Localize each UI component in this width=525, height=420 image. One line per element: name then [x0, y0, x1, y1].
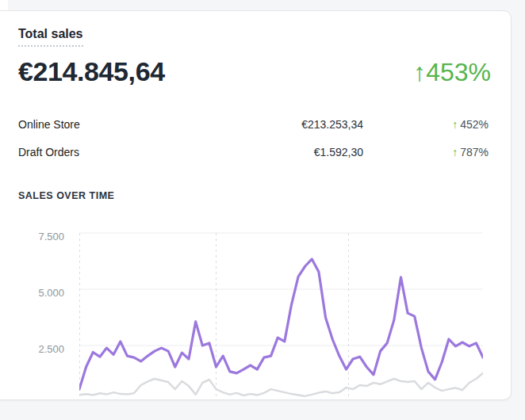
up-arrow-icon: ↑ [452, 146, 460, 158]
current-period-line [79, 259, 483, 389]
total-change-badge: ↑453% [413, 57, 491, 87]
sales-over-time-chart[interactable]: 7.500 5.000 2.500 0 [1, 223, 511, 400]
sales-over-time-heading: SALES OVER TIME [18, 190, 114, 201]
channel-label: Online Store [18, 118, 80, 131]
card-content: Total sales €214.845,64 ↑453% Online Sto… [1, 11, 511, 399]
up-arrow-icon: ↑ [413, 58, 426, 86]
y-axis-tick: 2.500 [1, 342, 64, 357]
previous-period-line [79, 373, 483, 396]
sales-chart-svg[interactable] [79, 223, 483, 400]
y-axis-tick: 0 [1, 399, 64, 400]
breakdown-row-draft-orders: Draft Orders €1.592,30 ↑787% [18, 146, 511, 162]
total-row: €214.845,64 ↑453% [18, 56, 491, 87]
channel-change: ↑452% [452, 118, 489, 131]
y-axis-tick: 7.500 [1, 230, 64, 244]
metric-title[interactable]: Total sales [18, 27, 83, 47]
channel-value: €1.592,30 [314, 146, 363, 158]
adjacent-surface-edge [0, 0, 8, 10]
channel-change: ↑787% [452, 146, 489, 158]
total-sales-card: Total sales €214.845,64 ↑453% Online Sto… [0, 10, 512, 400]
total-sales-amount: €214.845,64 [18, 56, 165, 86]
channel-change-value: 787% [460, 146, 489, 158]
y-axis-tick: 5.000 [1, 286, 64, 300]
channel-value: €213.253,34 [301, 118, 363, 131]
channel-change-value: 452% [460, 118, 489, 131]
breakdown-row-online-store: Online Store €213.253,34 ↑452% [18, 118, 511, 134]
up-arrow-icon: ↑ [452, 118, 460, 131]
total-change-value: 453% [426, 58, 491, 86]
channel-label: Draft Orders [18, 146, 79, 158]
